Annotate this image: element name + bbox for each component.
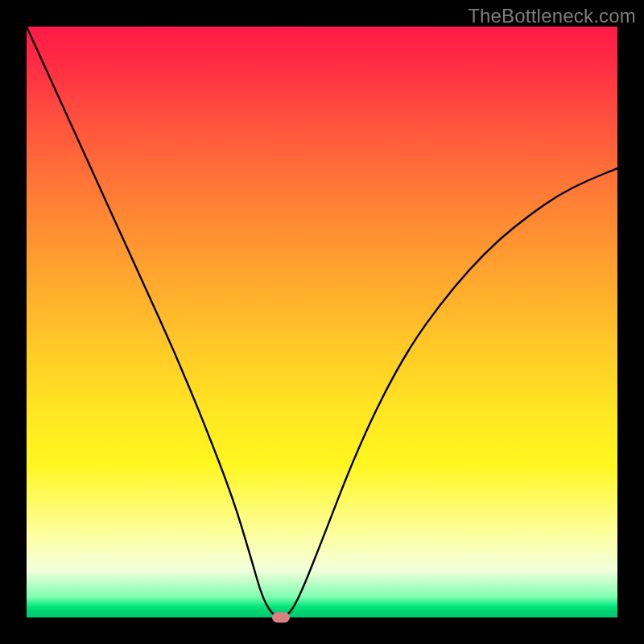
chart-frame: TheBottleneck.com — [0, 0, 644, 644]
plot-area — [27, 27, 617, 617]
bottleneck-curve — [27, 27, 617, 617]
watermark-text: TheBottleneck.com — [468, 5, 636, 27]
minimum-marker — [272, 613, 290, 623]
